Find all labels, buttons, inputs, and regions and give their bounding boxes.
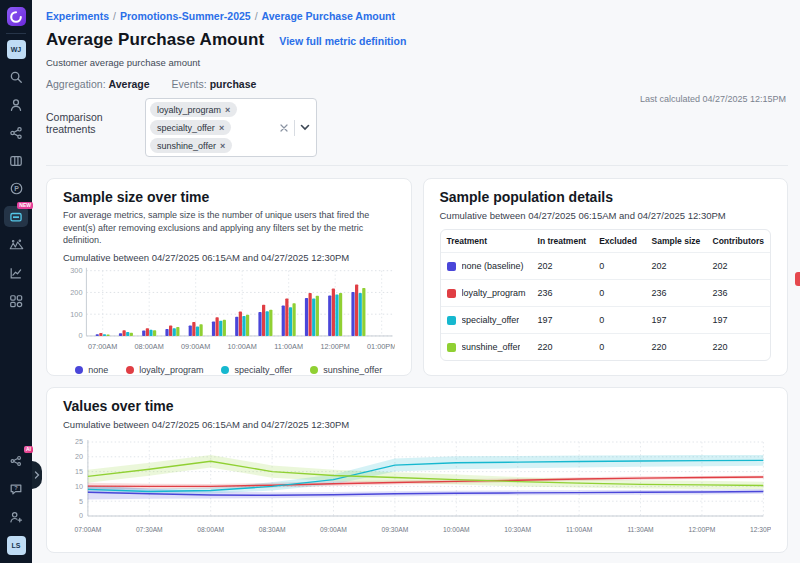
in-treatment-value: 197 (532, 307, 594, 334)
svg-text:0: 0 (78, 331, 82, 340)
metric-description: Customer average purchase amount (46, 57, 788, 68)
in-treatment-value: 202 (532, 253, 594, 280)
chip-remove-icon[interactable]: × (219, 123, 224, 133)
sample-size-value: 220 (646, 334, 707, 360)
svg-text:20: 20 (75, 452, 83, 461)
svg-text:15: 15 (75, 467, 83, 476)
page-header: Experiments/Promotions-Summer-2025/Avera… (32, 0, 800, 166)
svg-text:11:00AM: 11:00AM (566, 526, 593, 533)
legend-dot-icon (126, 366, 134, 374)
sample-size-cumulative: Cumulative between 04/27/2025 06:15AM an… (63, 252, 395, 263)
values-line-chart: 051015202507:00AM07:30AM08:00AM08:30AM09… (63, 436, 771, 542)
treatment-chip[interactable]: specialty_offer× (150, 120, 231, 135)
breadcrumb-item[interactable]: Experiments (46, 10, 109, 22)
project-avatar[interactable]: WJ (7, 40, 26, 59)
treatment-name: specialty_offer (462, 315, 520, 325)
breadcrumb-item[interactable]: Average Purchase Amount (262, 10, 395, 22)
treatment-color-swatch (447, 262, 456, 271)
chevron-down-icon[interactable] (300, 124, 310, 131)
legend-label: sunshine_offer (323, 365, 382, 375)
table-column-header: In treatment (532, 230, 594, 253)
sample-size-card: Sample size over time For average metric… (46, 178, 412, 376)
sample-size-value: 236 (646, 280, 707, 307)
treatment-name: loyalty_program (462, 288, 526, 298)
svg-text:01:00PM: 01:00PM (367, 342, 394, 351)
comparison-treatments-label: Comparison treatments (46, 98, 132, 135)
sample-size-bar-chart: 010020030007:00AM08:00AM09:00AM10:00AM11… (63, 263, 395, 359)
pulse-icon[interactable]: P (5, 178, 27, 199)
sample-size-value: 202 (646, 253, 707, 280)
svg-text:10:30AM: 10:30AM (504, 526, 531, 533)
ai-assistant-icon[interactable]: AI (5, 450, 27, 471)
metric-definition-link[interactable]: View full metric definition (279, 35, 406, 47)
clear-all-icon[interactable] (279, 123, 289, 133)
feature-gates-icon[interactable] (5, 150, 27, 171)
excluded-value: 0 (593, 307, 645, 334)
values-cumulative: Cumulative between 04/27/2025 06:15AM an… (63, 419, 771, 430)
search-icon[interactable] (5, 66, 27, 87)
holdouts-icon[interactable] (5, 234, 27, 255)
statsig-logo[interactable] (7, 7, 26, 26)
sidebar-item-metrics-active[interactable]: NEW (4, 206, 28, 227)
breadcrumb-item[interactable]: Promotions-Summer-2025 (120, 10, 251, 22)
excluded-value: 0 (593, 334, 645, 360)
svg-text:07:00AM: 07:00AM (74, 526, 101, 533)
invite-user-icon[interactable] (5, 506, 27, 527)
user-avatar[interactable]: LS (7, 536, 26, 555)
svg-text:09:00AM: 09:00AM (181, 342, 210, 351)
breadcrumb-separator: / (255, 10, 258, 22)
contributors-value: 220 (707, 334, 770, 360)
legend-item[interactable]: specialty_offer (221, 365, 292, 375)
treatments-multiselect[interactable]: loyalty_program×specialty_offer×sunshine… (145, 98, 317, 157)
page-title: Average Purchase Amount (46, 30, 264, 50)
support-chat-icon[interactable]: ? (5, 478, 27, 499)
notification-tab[interactable] (795, 272, 800, 286)
table-column-header: Excluded (593, 230, 645, 253)
ai-badge: AI (24, 446, 33, 453)
svg-text:08:00AM: 08:00AM (197, 526, 224, 533)
treatment-name: none (baseline) (462, 261, 524, 271)
apps-grid-icon[interactable] (5, 290, 27, 311)
aggregation-label: Aggregation: (46, 78, 106, 90)
legend-label: specialty_offer (234, 365, 292, 375)
table-column-header: Sample size (646, 230, 707, 253)
population-title: Sample population details (440, 189, 772, 205)
breadcrumb-separator: / (113, 10, 116, 22)
chip-remove-icon[interactable]: × (220, 141, 225, 151)
svg-text:10: 10 (75, 482, 83, 491)
chip-remove-icon[interactable]: × (225, 105, 230, 115)
svg-text:?: ? (14, 485, 18, 491)
legend-item[interactable]: loyalty_program (126, 365, 203, 375)
metrics-card-icon (9, 210, 23, 224)
insights-chart-icon[interactable] (5, 262, 27, 283)
legend-item[interactable]: sunshine_offer (310, 365, 382, 375)
treatment-chip[interactable]: sunshine_offer× (150, 138, 232, 153)
control-divider (294, 120, 295, 136)
segments-icon[interactable] (5, 122, 27, 143)
population-table: TreatmentIn treatmentExcludedSample size… (440, 229, 772, 361)
contributors-value: 197 (707, 307, 770, 334)
values-card: Values over time Cumulative between 04/2… (46, 387, 788, 553)
svg-text:12:00PM: 12:00PM (689, 526, 716, 533)
population-cumulative: Cumulative between 04/27/2025 06:15AM an… (440, 210, 772, 221)
breadcrumb: Experiments/Promotions-Summer-2025/Avera… (46, 10, 788, 22)
table-row: loyalty_program 236 0 236 236 (441, 280, 771, 307)
aggregation-value: Average (109, 78, 150, 90)
chevron-right-icon (34, 471, 40, 479)
legend-item[interactable]: none (75, 365, 108, 375)
legend-dot-icon (221, 366, 229, 374)
svg-text:25: 25 (75, 437, 83, 446)
svg-text:0: 0 (79, 511, 83, 520)
svg-text:100: 100 (70, 309, 82, 318)
treatment-chip[interactable]: loyalty_program× (150, 102, 237, 117)
in-treatment-value: 220 (532, 334, 594, 360)
treatment-color-swatch (447, 316, 456, 325)
sidebar-divider (6, 33, 26, 34)
aggregation-row: Aggregation:AverageEvents:purchase (46, 78, 788, 90)
new-badge: NEW (17, 202, 33, 209)
table-row: specialty_offer 197 0 197 197 (441, 307, 771, 334)
users-icon[interactable] (5, 94, 27, 115)
svg-text:300: 300 (70, 266, 82, 275)
table-column-header: Contributors (707, 230, 770, 253)
events-label: Events: (172, 78, 207, 90)
